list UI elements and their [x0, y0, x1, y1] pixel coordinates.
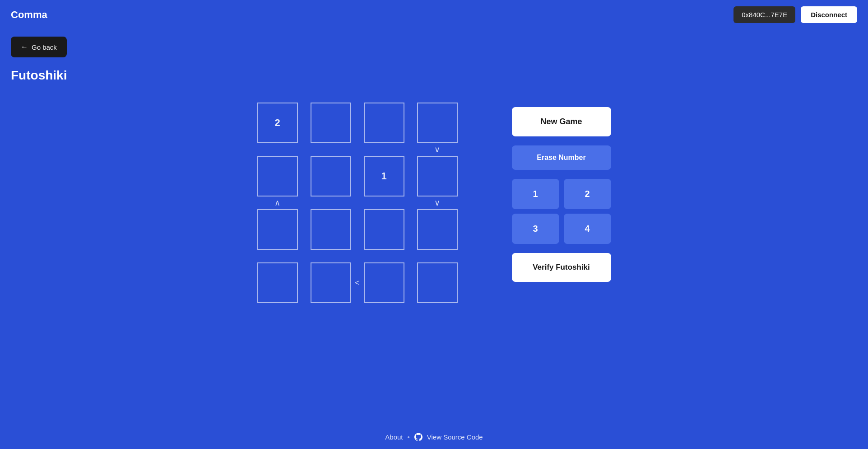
number-4-button[interactable]: 4: [564, 214, 611, 244]
main-content: 2 ∨: [0, 94, 868, 312]
h-constraint-0-1: [351, 103, 364, 143]
cell-3-2[interactable]: [364, 262, 404, 303]
h-constraint-1-2: [404, 156, 417, 196]
v-constraint-1-1: [311, 196, 351, 209]
grid-row-3: <: [257, 262, 458, 303]
h-constraint-3-2: [404, 262, 417, 303]
v-constraints-row-0: ∨: [257, 143, 458, 156]
number-pad: 1 2 3 4: [512, 179, 611, 244]
h-constraint-0-0: [298, 103, 311, 143]
v-constraint-2-2: [364, 250, 404, 262]
h-constraint-2-1: [351, 209, 364, 250]
v-constraints-row-2: [257, 250, 458, 262]
grid-area: 2 ∨: [257, 103, 458, 303]
page-title: Futoshiki: [11, 68, 857, 83]
v-constraint-1-2: [364, 196, 404, 209]
number-2-button[interactable]: 2: [564, 179, 611, 209]
footer-dot: •: [407, 433, 409, 441]
app-logo: Comma: [11, 9, 47, 21]
v-constraint-2-3: [417, 250, 458, 262]
v-constraint-0-2: [364, 143, 404, 156]
arrow-left-icon: ←: [21, 43, 28, 51]
v-constraint-0-0: [257, 143, 298, 156]
footer: About • View Source Code: [0, 425, 868, 449]
cell-0-1[interactable]: [311, 103, 351, 143]
header: Comma 0x840C...7E7E Disconnect: [0, 0, 868, 29]
h-constraint-2-0: [298, 209, 311, 250]
v-constraint-0-1: [311, 143, 351, 156]
grid-row-0: 2: [257, 103, 458, 143]
new-game-button[interactable]: New Game: [512, 107, 611, 136]
v-constraint-0-3: ∨: [417, 143, 458, 156]
cell-2-3[interactable]: [417, 209, 458, 250]
verify-button[interactable]: Verify Futoshiki: [512, 253, 611, 282]
cell-3-0[interactable]: [257, 262, 298, 303]
cell-3-3[interactable]: [417, 262, 458, 303]
about-link[interactable]: About: [385, 433, 403, 441]
cell-1-2[interactable]: 1: [364, 156, 404, 196]
cell-0-3[interactable]: [417, 103, 458, 143]
disconnect-button[interactable]: Disconnect: [801, 6, 857, 23]
header-actions: 0x840C...7E7E Disconnect: [733, 6, 857, 23]
cell-3-1[interactable]: [311, 262, 351, 303]
cell-2-2[interactable]: [364, 209, 404, 250]
go-back-button[interactable]: ← Go back: [11, 37, 67, 57]
number-1-button[interactable]: 1: [512, 179, 559, 209]
grid-row-2: [257, 209, 458, 250]
cell-2-0[interactable]: [257, 209, 298, 250]
futoshiki-grid: 2 ∨: [257, 103, 458, 303]
h-constraint-1-1: [351, 156, 364, 196]
v-constraint-2-1: [311, 250, 351, 262]
number-3-button[interactable]: 3: [512, 214, 559, 244]
cell-2-1[interactable]: [311, 209, 351, 250]
cell-1-3[interactable]: [417, 156, 458, 196]
cell-1-0[interactable]: [257, 156, 298, 196]
erase-number-button[interactable]: Erase Number: [512, 145, 611, 170]
h-constraint-1-0: [298, 156, 311, 196]
github-icon: [414, 433, 422, 441]
v-constraint-1-3: ∨: [417, 196, 458, 209]
cell-1-1[interactable]: [311, 156, 351, 196]
right-panel: New Game Erase Number 1 2 3 4 Verify Fut…: [512, 103, 611, 282]
h-constraint-3-1: <: [351, 262, 364, 303]
v-constraints-row-1: ∧ ∨: [257, 196, 458, 209]
go-back-label: Go back: [32, 43, 57, 51]
h-constraint-2-2: [404, 209, 417, 250]
h-constraint-3-0: [298, 262, 311, 303]
wallet-address: 0x840C...7E7E: [733, 6, 795, 23]
v-constraint-2-0: [257, 250, 298, 262]
cell-0-0[interactable]: 2: [257, 103, 298, 143]
grid-row-1: 1: [257, 156, 458, 196]
source-code-link[interactable]: View Source Code: [427, 433, 483, 441]
v-constraint-1-0: ∧: [257, 196, 298, 209]
cell-0-2[interactable]: [364, 103, 404, 143]
h-constraint-0-2: [404, 103, 417, 143]
